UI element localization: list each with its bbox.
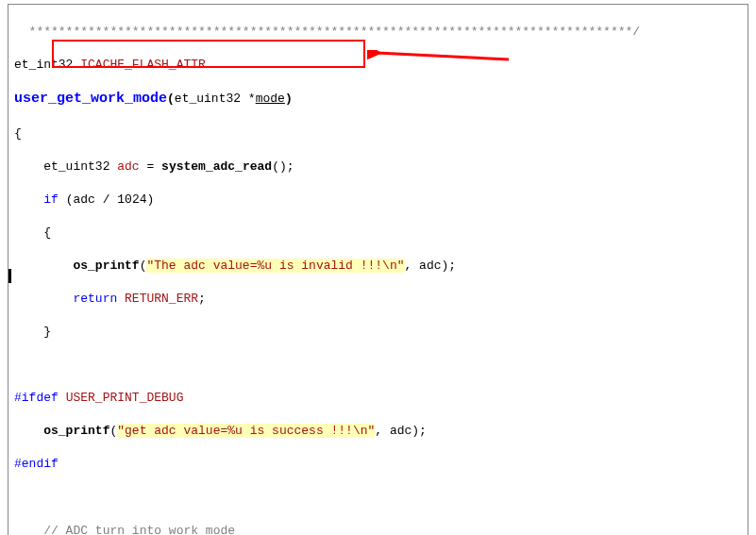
return-keyword: return [73,292,117,306]
param-name: mode [256,92,285,106]
adc-var: adc [117,159,139,174]
flash-attr: ICACHE_FLASH_ATTR [80,58,206,72]
debug-macro: USER_PRINT_DEBUG [66,391,184,405]
os-printf: os_printf [73,259,139,273]
comment-close: */ [626,25,641,39]
return-type: et_int32 [14,58,73,72]
os-printf: os_printf [43,424,109,438]
code-editor: ****************************************… [8,4,748,535]
function-name: user_get_work_mode [14,91,167,107]
param-type: et_uint32 [175,92,241,106]
comment-line: // ADC turn into work mode [43,524,235,535]
brace: { [14,126,22,141]
adc-type: et_uint32 [43,159,109,174]
text-cursor [8,269,11,283]
endif: #endif [14,457,59,471]
string-literal: "get adc value=%u is success !!!\n" [117,424,375,438]
if-keyword: if [43,192,59,207]
return-err: RETURN_ERR [125,292,198,306]
system-adc-read: system_adc_read [161,159,272,174]
string-literal: "The adc value=%u is invalid !!!\n" [146,259,404,273]
comment-stars: ****************************************… [14,25,626,39]
ifdef: #ifdef [14,391,59,405]
